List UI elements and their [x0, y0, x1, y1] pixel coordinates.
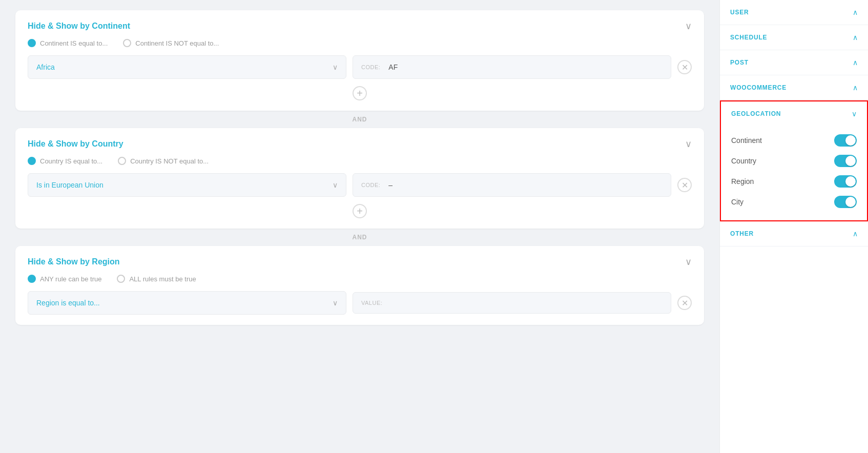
country-add-icon: +: [357, 206, 363, 216]
region-card: Hide & Show by Region ∨ ANY rule can be …: [15, 246, 704, 325]
sidebar-section-other-chevron: ∧: [853, 230, 858, 238]
sidebar-toggle-continent[interactable]: [834, 134, 857, 147]
sidebar-item-city-label: City: [731, 198, 743, 206]
country-title-keyword: Country: [92, 139, 123, 148]
continent-dropdown-value: Africa: [36, 63, 55, 71]
and-separator-2: AND: [15, 229, 704, 246]
sidebar-toggle-region[interactable]: [834, 175, 857, 188]
continent-remove-icon: ✕: [681, 63, 688, 72]
sidebar-section-other-title: OTHER: [730, 230, 754, 237]
region-code-label: VALUE:: [361, 300, 382, 306]
country-add-row: +: [28, 204, 692, 218]
region-toggle-any-label: ANY rule can be true: [40, 275, 101, 283]
continent-code-label: CODE:: [361, 64, 380, 70]
country-card: Hide & Show by Country ∨ Country IS equa…: [15, 128, 704, 229]
sidebar-section-geolocation-title: GEOLOCATION: [731, 110, 781, 117]
sidebar-section-other-header[interactable]: OTHER ∧: [720, 221, 868, 246]
country-remove-button[interactable]: ✕: [677, 178, 692, 192]
region-title-keyword: Region: [92, 257, 119, 266]
country-toggle-row: Country IS equal to... Country IS NOT eq…: [28, 157, 692, 165]
continent-dropdown[interactable]: Africa ∨: [28, 55, 346, 79]
country-radio-equal[interactable]: [28, 157, 36, 165]
region-selector-row: Region is equal to... ∨ VALUE: ✕: [28, 291, 692, 315]
country-toggle-equal-label: Country IS equal to...: [40, 157, 102, 165]
country-toggle-equal[interactable]: Country IS equal to...: [28, 157, 102, 165]
region-title-prefix: Hide & Show: [28, 257, 80, 266]
region-dropdown[interactable]: Region is equal to... ∨: [28, 291, 346, 315]
region-card-title: Hide & Show by Region: [28, 257, 120, 266]
continent-title-keyword: Continent: [92, 22, 130, 30]
sidebar-section-geolocation-chevron: ∨: [852, 110, 857, 118]
continent-selector-row: Africa ∨ CODE: AF ✕: [28, 55, 692, 79]
sidebar-section-post-chevron: ∧: [853, 58, 858, 67]
continent-toggle-equal[interactable]: Continent IS equal to...: [28, 39, 108, 47]
region-remove-icon: ✕: [681, 298, 688, 308]
country-add-button[interactable]: +: [353, 204, 367, 218]
country-dropdown[interactable]: Is in European Union ∨: [28, 173, 346, 197]
sidebar-section-geolocation-header[interactable]: GEOLOCATION ∨: [721, 101, 867, 126]
region-card-chevron[interactable]: ∨: [685, 256, 692, 267]
sidebar-toggle-country[interactable]: [834, 155, 857, 167]
country-code-box: CODE: –: [353, 173, 671, 197]
sidebar-item-city: City: [731, 192, 857, 212]
region-code-box: VALUE:: [353, 292, 671, 314]
continent-radio-equal[interactable]: [28, 39, 36, 47]
country-card-header: Hide & Show by Country ∨: [28, 138, 692, 150]
country-selector-row: Is in European Union ∨ CODE: – ✕: [28, 173, 692, 197]
continent-code-box: CODE: AF: [353, 55, 671, 79]
country-title-prefix: Hide & Show: [28, 139, 80, 148]
region-toggle-row: ANY rule can be true ALL rules must be t…: [28, 275, 692, 283]
sidebar-section-schedule-title: SCHEDULE: [730, 34, 767, 41]
sidebar-section-user-header[interactable]: USER ∧: [720, 0, 868, 25]
sidebar-section-woocommerce-header[interactable]: WOOCOMMERCE ∧: [720, 75, 868, 100]
country-code-label: CODE:: [361, 182, 380, 188]
region-toggle-all-label: ALL rules must be true: [129, 275, 196, 283]
continent-toggle-not-equal[interactable]: Continent IS NOT equal to...: [123, 39, 219, 47]
region-radio-any[interactable]: [28, 275, 36, 283]
sidebar-toggle-city[interactable]: [834, 196, 857, 208]
sidebar-section-geolocation-content: Continent Country Region City: [721, 126, 867, 220]
country-code-value: –: [388, 181, 392, 189]
continent-card-chevron[interactable]: ∨: [685, 20, 692, 32]
and-separator-1: AND: [15, 111, 704, 128]
country-toggle-not-equal-label: Country IS NOT equal to...: [130, 157, 209, 165]
sidebar-section-user-title: USER: [730, 9, 749, 16]
country-dropdown-chevron: ∨: [333, 181, 338, 189]
region-title-by: by: [80, 257, 92, 266]
continent-radio-not-equal[interactable]: [123, 39, 131, 47]
sidebar-section-woocommerce-title: WOOCOMMERCE: [730, 84, 787, 91]
sidebar-section-post: POST ∧: [720, 50, 868, 75]
sidebar-section-schedule-chevron: ∧: [853, 33, 858, 42]
continent-add-row: +: [28, 86, 692, 100]
sidebar-item-continent: Continent: [731, 130, 857, 151]
continent-toggle-equal-label: Continent IS equal to...: [40, 39, 108, 47]
sidebar-item-country-label: Country: [731, 157, 756, 165]
continent-remove-button[interactable]: ✕: [677, 60, 692, 74]
continent-toggle-row: Continent IS equal to... Continent IS NO…: [28, 39, 692, 47]
continent-dropdown-chevron: ∨: [333, 63, 338, 71]
sidebar-item-country: Country: [731, 151, 857, 171]
country-remove-icon: ✕: [681, 180, 688, 190]
continent-add-icon: +: [357, 88, 363, 98]
continent-add-button[interactable]: +: [353, 86, 367, 100]
sidebar-section-post-header[interactable]: POST ∧: [720, 50, 868, 75]
country-radio-not-equal[interactable]: [118, 157, 126, 165]
region-dropdown-chevron: ∨: [333, 299, 338, 307]
continent-card-title: Hide & Show by Continent: [28, 22, 130, 31]
country-toggle-not-equal[interactable]: Country IS NOT equal to...: [118, 157, 209, 165]
continent-title-by: by: [80, 22, 92, 30]
sidebar-item-continent-label: Continent: [731, 136, 762, 145]
region-toggle-all[interactable]: ALL rules must be true: [117, 275, 196, 283]
region-remove-button[interactable]: ✕: [677, 296, 692, 310]
region-radio-all[interactable]: [117, 275, 125, 283]
region-toggle-any[interactable]: ANY rule can be true: [28, 275, 101, 283]
sidebar-section-schedule: SCHEDULE ∧: [720, 25, 868, 50]
continent-title-prefix: Hide & Show: [28, 22, 80, 30]
region-dropdown-value: Region is equal to...: [36, 299, 100, 307]
sidebar-item-region: Region: [731, 171, 857, 192]
continent-card-header: Hide & Show by Continent ∨: [28, 20, 692, 32]
country-card-chevron[interactable]: ∨: [685, 138, 692, 150]
sidebar-section-schedule-header[interactable]: SCHEDULE ∧: [720, 25, 868, 50]
continent-card: Hide & Show by Continent ∨ Continent IS …: [15, 10, 704, 111]
sidebar-item-region-label: Region: [731, 177, 754, 186]
